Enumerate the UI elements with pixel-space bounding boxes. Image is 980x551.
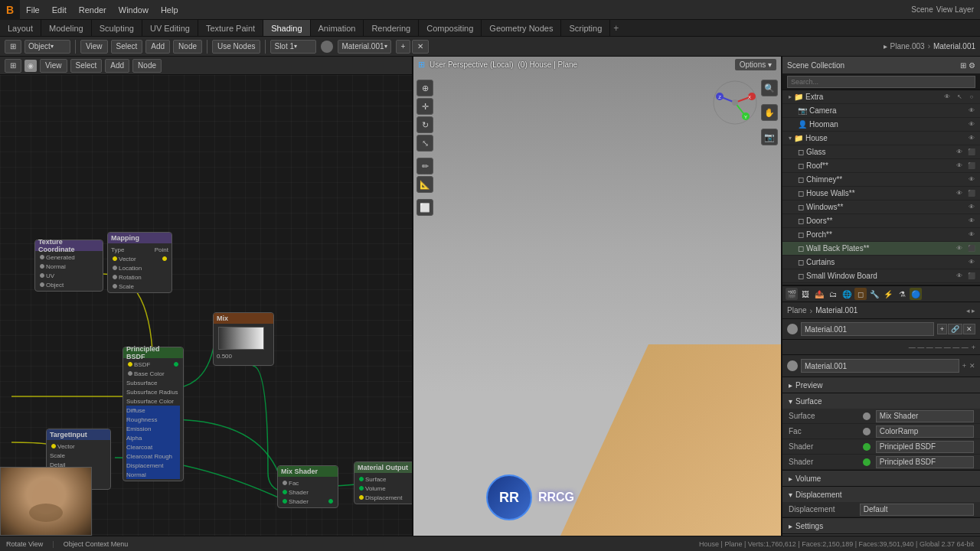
tab-layout[interactable]: Layout <box>0 20 41 36</box>
cursor-icon[interactable]: ↖ <box>954 92 965 103</box>
props-back-icon[interactable]: ◂ <box>966 307 970 315</box>
grab-tool[interactable]: ✋ <box>761 104 778 121</box>
restrict-icon-glass[interactable]: ⬛ <box>966 147 977 158</box>
displacement-value[interactable]: Default <box>860 504 974 516</box>
menu-help[interactable]: Help <box>155 0 185 19</box>
eye-icon-chimney[interactable]: 👁 <box>966 174 977 185</box>
slot-dropdown[interactable]: Slot 1 <box>270 40 316 54</box>
node-menu[interactable]: Node <box>173 40 202 54</box>
node-principled-bsdf[interactable]: Principled BSDF BSDF Base Color Subsurfa… <box>122 347 184 481</box>
use-nodes-toggle[interactable]: Use Nodes <box>212 40 260 54</box>
annotate-tool[interactable]: ✏ <box>416 158 433 174</box>
scale-tool[interactable]: ⤡ <box>416 135 433 152</box>
props-modifier-icon[interactable]: 🔧 <box>868 288 880 300</box>
eye-icon-curtains[interactable]: 👁 <box>966 257 977 268</box>
props-object-icon[interactable]: ◻ <box>854 288 867 300</box>
props-view-layer-icon[interactable]: 🗂 <box>827 288 839 300</box>
viewport-options-button[interactable]: Options ▾ <box>735 59 776 70</box>
material-type-field[interactable]: Material.001 <box>801 359 959 373</box>
eye-icon-roof[interactable]: 👁 <box>954 161 965 171</box>
outliner-item-housewalls[interactable]: ◻ House Walls** 👁 ⬛ <box>782 187 980 201</box>
eye-icon-windows[interactable]: 👁 <box>966 202 977 213</box>
outliner-item-hooman[interactable]: 👤 Hooman 👁 <box>782 118 980 132</box>
eye-icon[interactable]: 👁 <box>942 92 952 103</box>
move-tool[interactable]: ✛ <box>416 98 433 115</box>
shader2-value[interactable]: Principled BSDF <box>876 456 974 468</box>
mat-new-icon[interactable]: + <box>937 324 947 334</box>
tab-animation[interactable]: Animation <box>311 20 364 36</box>
node-editor[interactable]: ⊞ ◉ View Select Add Node Texture <box>0 57 413 536</box>
node-add-menu[interactable]: Add <box>105 59 129 73</box>
menu-edit[interactable]: Edit <box>46 0 73 19</box>
eye-icon-camera[interactable]: 👁 <box>966 106 977 116</box>
menu-render[interactable]: Render <box>73 0 113 19</box>
mat-type-new[interactable]: + <box>962 362 966 370</box>
props-material-icon[interactable]: 🔵 <box>910 288 922 300</box>
section-surface-header[interactable]: ▾ Surface <box>782 393 980 409</box>
outliner-item-chimney[interactable]: ◻ Chimney** 👁 <box>782 173 980 187</box>
outliner-item-windows[interactable]: ◻ Windows** 👁 <box>782 201 980 214</box>
node-node-menu[interactable]: Node <box>132 59 162 73</box>
mat-unlink-icon[interactable]: ✕ <box>963 324 975 334</box>
menu-file[interactable]: File <box>20 0 46 19</box>
outliner-search-input[interactable] <box>787 76 975 88</box>
eye-icon-glass[interactable]: 👁 <box>954 147 965 158</box>
eye-icon-house[interactable]: 👁 <box>966 133 977 144</box>
props-output-icon[interactable]: 📤 <box>813 288 825 300</box>
mat-toolbar-add[interactable]: + <box>972 344 975 351</box>
add-menu[interactable]: Add <box>145 40 170 54</box>
section-settings-header[interactable]: ▸ Settings <box>782 518 980 533</box>
outliner-item-wallback[interactable]: ◻ Wall Back Plates** 👁 ⬛ <box>782 242 980 256</box>
outliner-item-doors[interactable]: ◻ Doors** 👁 <box>782 214 980 228</box>
outliner-item-camera[interactable]: 📷 Camera 👁 <box>782 104 980 118</box>
eye-icon-walls[interactable]: 👁 <box>954 188 965 199</box>
props-scene-icon[interactable]: 🎬 <box>786 288 798 300</box>
props-render-icon[interactable]: 🖼 <box>799 288 812 300</box>
node-mix-shader[interactable]: Mix Shader Fac Shader Shader <box>277 465 338 508</box>
tab-modeling[interactable]: Modeling <box>41 20 92 36</box>
outliner-item-house[interactable]: ▾ 📁 House 👁 <box>782 132 980 145</box>
props-particles-icon[interactable]: ⚡ <box>882 288 894 300</box>
material-name-field[interactable]: Material.001 <box>801 322 934 336</box>
add-tab-button[interactable]: + <box>613 23 619 34</box>
outliner-item-smallwindow[interactable]: ◻ Small Window Board 👁 ⬛ <box>782 269 980 283</box>
shader-icon-roof[interactable]: ⬛ <box>966 161 977 171</box>
viewport[interactable]: ⊞ User Perspective (Local) (0) House | P… <box>413 57 781 536</box>
shader-icon-walls[interactable]: ⬛ <box>966 188 977 199</box>
mode-dropdown[interactable]: Object <box>24 40 70 54</box>
shader-icon-smallwindow[interactable]: ⬛ <box>966 271 977 282</box>
outliner-item-extra[interactable]: ▸ 📁 Extra 👁 ↖ ○ <box>782 90 980 104</box>
mat-type-unlink[interactable]: ✕ <box>969 362 975 370</box>
camera-view-tool[interactable]: 📷 <box>761 129 778 145</box>
node-texture-coord[interactable]: Texture Coordinate Generated Normal UV O… <box>34 240 103 292</box>
props-world-icon[interactable]: 🌐 <box>841 288 853 300</box>
surface-value[interactable]: Mix Shader <box>876 410 974 422</box>
section-preview-header[interactable]: ▸ Preview <box>782 377 980 393</box>
mat-remove-button[interactable]: ✕ <box>412 40 429 54</box>
node-editor-type[interactable]: ⊞ <box>5 59 21 73</box>
section-displacement-header[interactable]: ▾ Displacement <box>782 487 980 502</box>
node-material-output[interactable]: Material Output Surface Volume Displacem… <box>354 461 413 504</box>
outliner-item-roof[interactable]: ◻ Roof** 👁 ⬛ <box>782 159 980 173</box>
shader1-value[interactable]: Principled BSDF <box>876 441 974 453</box>
render-icon[interactable]: ○ <box>966 92 977 103</box>
node-mapping[interactable]: Mapping TypePoint Vector Location Rotati… <box>107 232 172 293</box>
outliner-settings-icon[interactable]: ⚙ <box>969 61 975 70</box>
viewport-type-icon[interactable]: ⊞ <box>418 60 425 70</box>
cursor-tool[interactable]: ⊕ <box>416 80 433 96</box>
outliner-filter-icon[interactable]: ⊞ <box>960 61 966 70</box>
fac-value[interactable]: ColorRamp <box>876 425 974 438</box>
tab-texture-paint[interactable]: Texture Paint <box>198 20 263 36</box>
eye-icon-wallback[interactable]: 👁 <box>954 243 965 254</box>
tab-shading[interactable]: Shading <box>263 20 310 36</box>
select-menu[interactable]: Select <box>111 40 143 54</box>
rotate-tool[interactable]: ↻ <box>416 116 433 133</box>
node-view-menu[interactable]: View <box>40 59 67 73</box>
section-volume-header[interactable]: ▸ Volume <box>782 471 980 486</box>
menu-window[interactable]: Window <box>113 0 155 19</box>
tab-geometry-nodes[interactable]: Geometry Nodes <box>482 20 561 36</box>
eye-icon-doors[interactable]: 👁 <box>966 216 977 227</box>
editor-type-button[interactable]: ⊞ <box>5 40 21 54</box>
node-select-menu[interactable]: Select <box>70 59 103 73</box>
mat-add-button[interactable]: + <box>396 40 411 54</box>
